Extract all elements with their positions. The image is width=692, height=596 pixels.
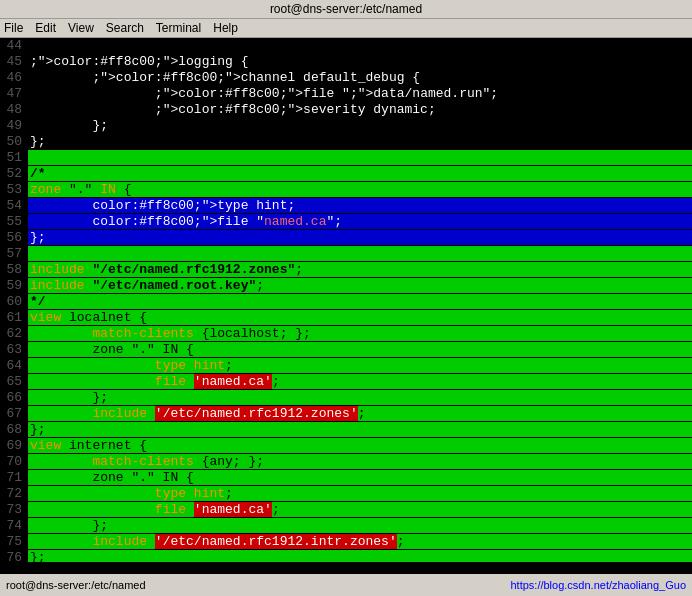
code-content: }; <box>28 422 692 437</box>
table-row: 59include "/etc/named.root.key"; <box>0 278 692 294</box>
table-row: 69view internet { <box>0 438 692 454</box>
menu-item-edit[interactable]: Edit <box>35 21 56 35</box>
menu-item-terminal[interactable]: Terminal <box>156 21 201 35</box>
code-content: color:#ff8c00;">file "named.ca"; <box>28 214 692 229</box>
line-number: 53 <box>0 182 28 197</box>
table-row: 48 ;">color:#ff8c00;">severity dynamic; <box>0 102 692 118</box>
table-row: 72 type hint; <box>0 486 692 502</box>
code-content: color:#ff8c00;">type hint; <box>28 198 692 213</box>
line-number: 60 <box>0 294 28 309</box>
code-content: include "/etc/named.root.key"; <box>28 278 692 293</box>
table-row: 57 <box>0 246 692 262</box>
table-row: 73 file 'named.ca'; <box>0 502 692 518</box>
table-row: 51 <box>0 150 692 166</box>
code-content: ;">color:#ff8c00;">logging { <box>28 54 692 69</box>
menu-item-file[interactable]: File <box>4 21 23 35</box>
line-number: 58 <box>0 262 28 277</box>
code-content: include '/etc/named.rfc1912.intr.zones'; <box>28 534 692 549</box>
line-number: 72 <box>0 486 28 501</box>
table-row: 76}; <box>0 550 692 562</box>
line-number: 62 <box>0 326 28 341</box>
line-number: 54 <box>0 198 28 213</box>
table-row: 71 zone "." IN { <box>0 470 692 486</box>
table-row: 54 color:#ff8c00;">type hint; <box>0 198 692 214</box>
table-row: 44 <box>0 38 692 54</box>
line-number: 56 <box>0 230 28 245</box>
line-number: 46 <box>0 70 28 85</box>
table-row: 50}; <box>0 134 692 150</box>
line-number: 52 <box>0 166 28 181</box>
table-row: 70 match-clients {any; }; <box>0 454 692 470</box>
code-content: view localnet { <box>28 310 692 325</box>
line-number: 57 <box>0 246 28 261</box>
table-row: 60*/ <box>0 294 692 310</box>
line-number: 73 <box>0 502 28 517</box>
code-content: type hint; <box>28 486 692 501</box>
line-number: 64 <box>0 358 28 373</box>
title-bar: root@dns-server:/etc/named <box>0 0 692 19</box>
code-content <box>28 150 692 165</box>
menu-item-view[interactable]: View <box>68 21 94 35</box>
status-right: https://blog.csdn.net/zhaoliang_Guo <box>510 579 686 591</box>
table-row: 68}; <box>0 422 692 438</box>
code-content: zone "." IN { <box>28 342 692 357</box>
code-content: file 'named.ca'; <box>28 374 692 389</box>
editor: 44 45;">color:#ff8c00;">logging {46 ;">c… <box>0 38 692 562</box>
menu-item-search[interactable]: Search <box>106 21 144 35</box>
code-content: view internet { <box>28 438 692 453</box>
code-content: }; <box>28 550 692 562</box>
code-content: /* <box>28 166 692 181</box>
table-row: 67 include '/etc/named.rfc1912.zones'; <box>0 406 692 422</box>
code-content: }; <box>28 118 692 133</box>
code-content: }; <box>28 390 692 405</box>
table-row: 52/* <box>0 166 692 182</box>
line-number: 67 <box>0 406 28 421</box>
code-content: ;">color:#ff8c00;">file ";">data/named.r… <box>28 86 692 101</box>
line-number: 66 <box>0 390 28 405</box>
code-content: file 'named.ca'; <box>28 502 692 517</box>
line-number: 74 <box>0 518 28 533</box>
code-content <box>28 38 692 53</box>
table-row: 53zone "." IN { <box>0 182 692 198</box>
table-row: 66 }; <box>0 390 692 406</box>
line-number: 48 <box>0 102 28 117</box>
menu-bar: FileEditViewSearchTerminalHelp <box>0 19 692 38</box>
status-left: root@dns-server:/etc/named <box>6 579 146 591</box>
line-number: 45 <box>0 54 28 69</box>
code-content: type hint; <box>28 358 692 373</box>
line-number: 49 <box>0 118 28 133</box>
table-row: 63 zone "." IN { <box>0 342 692 358</box>
menu-item-help[interactable]: Help <box>213 21 238 35</box>
table-row: 65 file 'named.ca'; <box>0 374 692 390</box>
table-row: 49 }; <box>0 118 692 134</box>
line-number: 71 <box>0 470 28 485</box>
code-content: include "/etc/named.rfc1912.zones"; <box>28 262 692 277</box>
code-content: include '/etc/named.rfc1912.zones'; <box>28 406 692 421</box>
code-content: ;">color:#ff8c00;">channel default_debug… <box>28 70 692 85</box>
table-row: 46 ;">color:#ff8c00;">channel default_de… <box>0 70 692 86</box>
code-content: }; <box>28 134 692 149</box>
table-row: 62 match-clients {localhost; }; <box>0 326 692 342</box>
code-content: ;">color:#ff8c00;">severity dynamic; <box>28 102 692 117</box>
table-row: 55 color:#ff8c00;">file "named.ca"; <box>0 214 692 230</box>
line-number: 44 <box>0 38 28 53</box>
table-row: 75 include '/etc/named.rfc1912.intr.zone… <box>0 534 692 550</box>
line-number: 68 <box>0 422 28 437</box>
code-content: */ <box>28 294 692 309</box>
line-number: 63 <box>0 342 28 357</box>
line-number: 55 <box>0 214 28 229</box>
code-content: zone "." IN { <box>28 182 692 197</box>
line-number: 59 <box>0 278 28 293</box>
line-number: 47 <box>0 86 28 101</box>
code-content: match-clients {any; }; <box>28 454 692 469</box>
code-content: }; <box>28 230 692 245</box>
table-row: 56}; <box>0 230 692 246</box>
line-number: 61 <box>0 310 28 325</box>
window-title: root@dns-server:/etc/named <box>270 2 422 16</box>
code-content: zone "." IN { <box>28 470 692 485</box>
line-number: 50 <box>0 134 28 149</box>
line-number: 51 <box>0 150 28 165</box>
line-number: 70 <box>0 454 28 469</box>
table-row: 61view localnet { <box>0 310 692 326</box>
line-number: 65 <box>0 374 28 389</box>
